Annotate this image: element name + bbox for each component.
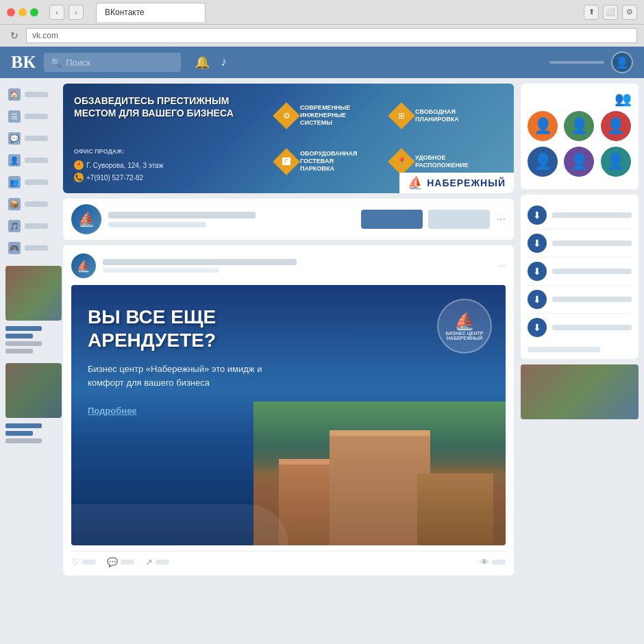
more-options[interactable]: ··· xyxy=(497,213,506,225)
share-action[interactable]: ↗ xyxy=(145,557,169,567)
browser-nav: ‹ › xyxy=(49,5,84,20)
vk-logo[interactable]: ВК xyxy=(11,52,36,73)
ad-sail-icon: ⛵ xyxy=(454,312,475,331)
text-bar xyxy=(5,438,42,443)
search-bar[interactable]: 🔍 Поиск xyxy=(44,53,181,72)
settings-icon[interactable]: ⚙ xyxy=(622,5,637,20)
right-link-1[interactable]: ⬇ xyxy=(528,201,632,230)
banner-ad[interactable]: ОБЗАВЕДИТЕСЬ ПРЕСТИЖНЫМ МЕСТОМ ДЛЯ ВАШЕГ… xyxy=(63,84,514,193)
feature-2: ⊞ СВОБОДНАЯПЛАНИРОВКА xyxy=(392,95,503,136)
vk-body: ВК 🔍 Поиск 🔔 ♪ 👤 🏠 ☰ xyxy=(0,47,644,644)
members-card-header: 👥 xyxy=(528,90,632,107)
messages-icon: 💬 xyxy=(8,132,21,145)
share-icon-post: ↗ xyxy=(145,557,153,567)
city-text: Г. Суворова, 124, 3 этаж xyxy=(86,162,163,169)
avatar-4[interactable]: 👤 xyxy=(528,147,558,177)
avatar-icon: 👤 xyxy=(615,56,629,69)
sidebar-item-music[interactable]: 🎵 xyxy=(5,216,51,236)
music-sidebar-icon: 🎵 xyxy=(8,220,21,232)
post-image: ВЫ ВСЕ ЕЩЕ АРЕНДУЕТЕ? Бизнес центр «Набе… xyxy=(71,285,506,545)
text-bar xyxy=(5,334,33,338)
link-icon-5: ⬇ xyxy=(528,318,547,337)
user-avatar[interactable]: 👤 xyxy=(611,51,633,73)
share-icon[interactable]: ⬆ xyxy=(584,5,599,20)
fullscreen-dot[interactable] xyxy=(30,8,38,16)
right-link-5[interactable]: ⬇ xyxy=(528,314,632,341)
sidebar-item-feed[interactable]: ☰ xyxy=(5,107,51,126)
right-link-4[interactable]: ⬇ xyxy=(528,286,632,314)
window-icon[interactable]: ⬜ xyxy=(603,5,618,20)
message-button[interactable] xyxy=(428,210,490,229)
post-actions: ♡ 💬 ↗ 👁 xyxy=(71,551,506,567)
post-name-bar xyxy=(103,259,297,265)
back-button[interactable]: ‹ xyxy=(49,5,64,20)
sidebar-item-games[interactable]: 🎮 xyxy=(5,238,51,258)
subscribe-button[interactable] xyxy=(361,210,423,229)
feed-icon: ☰ xyxy=(8,110,21,123)
post-header: ⛵ ··· xyxy=(71,253,506,278)
feature-diamond-3: 🅿 xyxy=(273,148,300,175)
avatar-3[interactable]: 👤 xyxy=(601,111,631,141)
music-icon[interactable]: ♪ xyxy=(221,55,227,70)
view-icon: 👁 xyxy=(480,557,489,567)
left-image-2[interactable] xyxy=(5,363,62,418)
market-icon: 📦 xyxy=(8,198,21,210)
right-link-3[interactable]: ⬇ xyxy=(528,258,632,286)
post-date-bar xyxy=(103,268,219,273)
post-more-options[interactable]: ··· xyxy=(497,260,506,271)
notification-icon[interactable]: 🔔 xyxy=(195,55,210,70)
members-icon: 👥 xyxy=(615,90,632,107)
view-count xyxy=(492,560,506,565)
sidebar-item-profile[interactable]: 👤 xyxy=(5,151,51,170)
avatar-5[interactable]: 👤 xyxy=(564,147,594,177)
text-bar xyxy=(5,341,42,346)
address-bar-row: ↻ vk.com xyxy=(0,25,644,47)
left-image-text-2 xyxy=(5,422,51,447)
group-header: ⛵ ··· xyxy=(63,199,514,240)
left-image-1[interactable] xyxy=(5,266,62,321)
post-meta xyxy=(103,259,491,273)
sail-icon: ⛵ xyxy=(408,175,423,190)
sidebar-item-friends[interactable]: 👥 xyxy=(5,173,51,192)
header-bar xyxy=(549,61,604,64)
building-block-3 xyxy=(417,473,493,545)
window-controls xyxy=(7,8,38,16)
browser-tab[interactable]: ВКонтакте xyxy=(96,3,206,22)
avatar-1[interactable]: 👤 xyxy=(528,111,558,141)
post-avatar[interactable]: ⛵ xyxy=(71,253,96,278)
comment-action[interactable]: 💬 xyxy=(107,557,134,567)
avatar-2[interactable]: 👤 xyxy=(564,111,594,141)
refresh-button[interactable]: ↻ xyxy=(7,28,22,43)
browser-chrome: ‹ › ВКонтакте ⬆ ⬜ ⚙ xyxy=(0,0,644,25)
like-action[interactable]: ♡ xyxy=(71,557,96,567)
profile-icon: 👤 xyxy=(8,154,21,166)
sidebar-label xyxy=(25,114,48,119)
link-text-4 xyxy=(552,297,632,302)
text-bar xyxy=(5,423,42,428)
link-icon-1: ⬇ xyxy=(528,206,547,225)
forward-button[interactable]: › xyxy=(69,5,84,20)
avatar-6[interactable]: 👤 xyxy=(601,147,631,177)
sidebar-item-home[interactable]: 🏠 xyxy=(5,85,51,104)
link-text-1 xyxy=(552,212,632,218)
address-bar[interactable]: vk.com xyxy=(26,28,637,43)
ad-logo-overlay: ⛵ БИЗНЕС ЦЕНТР НАБЕРЕЖНЫЙ xyxy=(437,299,492,354)
minimize-dot[interactable] xyxy=(18,8,27,16)
sidebar-label xyxy=(25,136,48,141)
location-icon: 📍 xyxy=(74,160,84,170)
friends-icon: 👥 xyxy=(8,176,21,188)
sidebar-item-market[interactable]: 📦 xyxy=(5,195,51,214)
group-logo[interactable]: ⛵ xyxy=(71,204,101,234)
close-dot[interactable] xyxy=(7,8,15,16)
office-label: ОФИС ПРОДАЖ: xyxy=(74,148,255,155)
sidebar-item-messages[interactable]: 💬 xyxy=(5,129,51,148)
like-count xyxy=(82,560,96,565)
logo-name: НАБЕРЕЖНЫЙ xyxy=(427,177,506,188)
right-link-2[interactable]: ⬇ xyxy=(528,230,632,258)
sidebar-label xyxy=(25,179,48,185)
links-card: ⬇ ⬇ ⬇ ⬇ ⬇ xyxy=(521,195,639,359)
group-info xyxy=(108,212,354,227)
sidebar-label xyxy=(25,201,48,207)
comment-count xyxy=(121,560,134,565)
vk-main: 🏠 ☰ 💬 👤 👥 📦 xyxy=(0,78,644,644)
